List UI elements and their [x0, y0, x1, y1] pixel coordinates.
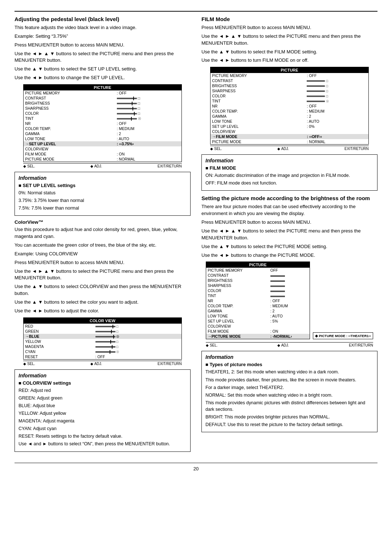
table-row: CYAN ☉ [24, 349, 182, 354]
pm-line-2: For a darker image, select THEATER2. [205, 384, 373, 391]
table-row: →SET UP LEVEL: ‹‹3.75%› [24, 141, 182, 146]
right-info-box1-section-title: ■ FILM MODE [205, 165, 373, 171]
callout-text: ◆ PICTURE MODE : ‹‹THEATER1›› [313, 332, 373, 339]
table-row: RESET: OFF [24, 354, 182, 360]
table-row: COLORVIEW [206, 324, 310, 329]
right-section2-step2: Use the ◄ ► ▲ ▼ buttons to select the PI… [201, 228, 377, 242]
picture-mode-callout: ◆ PICTURE MODE : ‹‹THEATER1›› [313, 262, 373, 339]
table-row: LOW TONE: AUTO [206, 313, 310, 319]
table-row: →FILM MODE: ‹‹OFF›› [211, 134, 369, 139]
table-row: TINT [206, 293, 310, 298]
info-box1-title: Information [19, 175, 187, 181]
right-section2-step1: Press MENU/ENTER button to access MAIN M… [201, 219, 377, 226]
film-info-line-0: ON: Automatic discrimination of the imag… [205, 172, 373, 179]
cv-line-4: MAGENTA: Adjust magenta [19, 418, 187, 424]
pic-menu-title: PICTURE [206, 262, 310, 268]
page-number: 20 [15, 463, 377, 471]
right-info-box1-title: Information [205, 158, 373, 163]
menu2-title: COLOR VIEW [24, 317, 182, 324]
right-info-box2-title: Information [205, 354, 373, 360]
table-row: COLOR □ [211, 93, 369, 98]
right-section2-step4: Use the ◄ ► buttons to change the PICTUR… [201, 252, 377, 259]
info-box1-section-title: ■ SET UP LEVEL settings [19, 183, 187, 188]
pm-line-5: BRIGHT: This mode provides brighter pict… [205, 414, 373, 420]
table-row: MAGENTA □ [24, 344, 182, 349]
table-row: COLOR □ [24, 111, 182, 116]
film-menu-nav: ◆ SEL.◆ ADJ.EXIT/RETURN [210, 146, 369, 151]
menu2-nav: ◆ SEL.◆ ADJ.EXIT/RETURN [23, 361, 182, 366]
cv-line-7: Use ◄ and ► buttons to select “ON”, then… [19, 441, 187, 447]
right-section1-step2: Use the ◄ ► ▲ ▼ buttons to select the PI… [201, 33, 377, 47]
right-section1-step1: Press MENU/ENTER button to access MAIN M… [201, 24, 377, 31]
cv-line-3: YELLOW: Adjust yellow [19, 410, 187, 417]
table-row: BRIGHTNESS □ [211, 83, 369, 88]
section2-step3: Use the ▲ ▼ buttons to select COLORVIEW … [15, 283, 191, 297]
table-row: →BLUE ☉ [24, 334, 182, 339]
section2-step4: Use the ▲ ▼ buttons to select the color … [15, 299, 191, 306]
cv-line-5: CYAN: Adjust cyan [19, 425, 187, 432]
table-row: SET UP LEVEL: 5% [206, 319, 310, 324]
table-row: COLOR [206, 288, 310, 293]
section1-desc2: Example: Setting “3.75%” [15, 33, 191, 40]
table-row: PICTURE MEMORY: OFF [211, 73, 369, 78]
table-row: SHARPNESS □ [211, 88, 369, 93]
table-row: SET UP LEVEL: 0% [211, 124, 369, 129]
film-menu-title: PICTURE [211, 67, 369, 73]
menu1-title: PICTURE [24, 84, 182, 90]
table-row: NR: OFF [211, 104, 369, 109]
table-row: GAMMA: 2 [211, 114, 369, 119]
table-row: FILM MODE: ON [206, 329, 310, 334]
cv-line-1: GREEN: Adjust green [19, 395, 187, 401]
film-info-line-1: OFF: FILM mode does not function. [205, 180, 373, 186]
table-row: NR: OFF [206, 298, 310, 303]
info-line-2: 3.75%: 3.75% lower than normal [19, 197, 187, 204]
info-line-3: 7.5%: 7.5% lower than normal [19, 205, 187, 211]
section2-step1: Press MENU/ENTER button to access MAIN M… [15, 259, 191, 266]
info-box-colorview: Information ■ COLORVIEW settings RED: Ad… [15, 369, 191, 452]
section2-desc1: Use this procedure to adjust hue and col… [15, 226, 191, 240]
right-section1-step3: Use the ▲ ▼ buttons to select the FILM M… [201, 49, 377, 56]
right-section1-title: FILM Mode [201, 16, 377, 22]
pm-line-1: This mode provides darker, finer picture… [205, 377, 373, 383]
section2-example: Example: Using COLORVIEW [15, 251, 191, 258]
right-info-box2-section-title: ■ Types of picture modes [205, 362, 373, 367]
section2-step5: Use the ◄ ► buttons to adjust the color. [15, 308, 191, 315]
top-rule [15, 11, 377, 12]
table-row: CONTRAST [206, 273, 310, 278]
info-box-setup-level: Information ■ SET UP LEVEL settings 0%: … [15, 172, 191, 216]
table-row: YELLOW □ [24, 339, 182, 344]
table-row: RED □ [24, 324, 182, 329]
table-row: GAMMA: 2 [24, 131, 182, 136]
section1-step2: Use the ◄ ► ▲ ▼ buttons to select the PI… [15, 50, 191, 64]
picture-mode-menu-container: PICTURE PICTURE MEMORYOFF CONTRAST BRIGH… [206, 262, 373, 339]
section2-desc2: You can accentuate the green color of tr… [15, 242, 191, 249]
info-box2-section-title: ■ COLORVIEW settings [19, 380, 187, 386]
right-column: FILM Mode Press MENU/ENTER button to acc… [201, 16, 377, 455]
pm-line-4: This mode provides dynamic pictures with… [205, 400, 373, 413]
table-row: FILM MODE: ON [24, 151, 182, 157]
table-row: COLOR TEMP.: MEDIUM [24, 126, 182, 131]
section2-step2: Use the ◄ ► ▲ ▼ buttons to select the PI… [15, 268, 191, 282]
table-row: NR: OFF [24, 121, 182, 126]
section1-step4: Use the ◄ ► buttons to change the SET UP… [15, 74, 191, 81]
table-row: CONTRAST □ [24, 96, 182, 101]
table-row: BRIGHTNESS □ [24, 101, 182, 106]
table-row: →PICTURE MODE: ‹NORMAL› [206, 334, 310, 339]
cv-line-0: RED: Adjust red [19, 387, 187, 394]
pic-menu-nav-container: ◆ SEL.◆ ADJ.EXIT/RETURN [206, 342, 373, 347]
right-section1-step4: Use the ◄ ► buttons to turn FILM MODE on… [201, 57, 377, 64]
table-row: SHARPNESS [206, 283, 310, 288]
section1-step1: Press MENU/ENTER button to access MAIN M… [15, 42, 191, 49]
table-row: LOW TONE: AUTO [24, 136, 182, 141]
section2-title: ColorView™ [15, 219, 191, 225]
table-row: COLORVIEW [211, 129, 369, 134]
right-section2-desc1: There are four picture modes that can be… [201, 203, 377, 217]
pm-line-6: DEFAULT: Use this to reset the picture t… [205, 421, 373, 428]
info-line-1: 0%: Normal status [19, 190, 187, 196]
pic-menu-nav: ◆ SEL.◆ ADJ.EXIT/RETURN [206, 342, 373, 347]
cv-line-2: BLUE: Adjust blue [19, 402, 187, 409]
picture-mode-menu: PICTURE PICTURE MEMORYOFF CONTRAST BRIGH… [206, 262, 310, 339]
colorview-menu: COLOR VIEW RED □ GREEN □ →BLUE ☉ YELLOW … [23, 317, 182, 366]
table-row: GAMMA: 2 [206, 308, 310, 313]
picture-menu-1: PICTURE PICTURE MEMORY: OFF CONTRAST □ B… [23, 84, 182, 168]
